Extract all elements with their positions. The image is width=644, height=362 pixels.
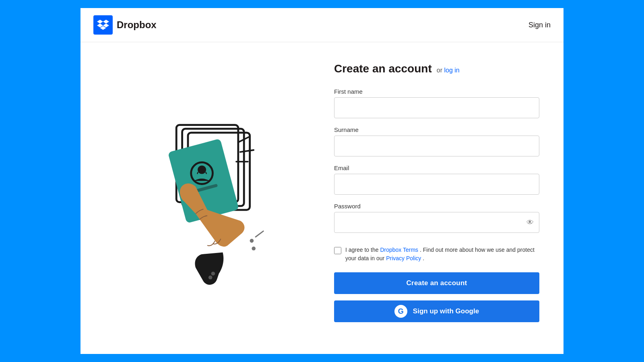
signup-illustration bbox=[111, 102, 304, 295]
svg-line-10 bbox=[240, 150, 254, 152]
logo-box bbox=[93, 15, 113, 35]
terms-row: I agree to the Dropbox Terms . Find out … bbox=[334, 246, 539, 263]
svg-point-15 bbox=[252, 247, 256, 251]
dropbox-terms-link[interactable]: Dropbox Terms bbox=[380, 247, 418, 253]
header: Dropbox Sign in bbox=[80, 8, 564, 42]
terms-text-3: . bbox=[423, 255, 424, 261]
privacy-policy-link[interactable]: Privacy Policy bbox=[386, 255, 421, 261]
svg-point-12 bbox=[211, 272, 215, 276]
surname-group: Surname bbox=[334, 126, 539, 156]
logo-text: Dropbox bbox=[117, 19, 157, 31]
email-group: Email bbox=[334, 165, 539, 195]
first-name-group: First name bbox=[334, 88, 539, 118]
svg-point-14 bbox=[250, 239, 254, 243]
form-subtitle: or log in bbox=[437, 67, 460, 74]
logo-area: Dropbox bbox=[93, 15, 157, 35]
password-toggle-button[interactable]: 👁 bbox=[526, 218, 534, 227]
form-title: Create an account bbox=[334, 62, 432, 75]
svg-point-13 bbox=[208, 276, 213, 280]
dropbox-logo-icon bbox=[97, 20, 109, 30]
first-name-input[interactable] bbox=[334, 97, 539, 118]
password-wrapper: 👁 bbox=[334, 212, 539, 233]
login-link[interactable]: log in bbox=[444, 67, 459, 74]
form-title-row: Create an account or log in bbox=[334, 62, 539, 75]
illustration-area bbox=[105, 58, 310, 338]
password-label: Password bbox=[334, 203, 539, 210]
google-button-label: Sign up with Google bbox=[413, 307, 479, 315]
create-account-button[interactable]: Create an account bbox=[334, 272, 539, 294]
terms-text: I agree to the Dropbox Terms . Find out … bbox=[345, 246, 539, 263]
surname-label: Surname bbox=[334, 126, 539, 133]
first-name-label: First name bbox=[334, 88, 539, 95]
content-area: Create an account or log in First name S… bbox=[80, 42, 564, 354]
email-label: Email bbox=[334, 165, 539, 171]
password-input[interactable] bbox=[334, 212, 539, 233]
google-signup-button[interactable]: G Sign up with Google bbox=[334, 300, 539, 322]
svg-point-5 bbox=[198, 165, 206, 174]
surname-input[interactable] bbox=[334, 136, 539, 156]
email-input[interactable] bbox=[334, 174, 539, 195]
sign-in-link[interactable]: Sign in bbox=[528, 21, 551, 29]
subtitle-prefix: or bbox=[437, 67, 442, 74]
svg-line-16 bbox=[256, 231, 263, 237]
form-area: Create an account or log in First name S… bbox=[334, 58, 539, 338]
main-card: Dropbox Sign in bbox=[80, 8, 564, 354]
terms-checkbox[interactable] bbox=[334, 247, 341, 254]
google-g-icon: G bbox=[394, 305, 407, 318]
terms-text-1: I agree to the bbox=[345, 247, 379, 253]
password-group: Password 👁 bbox=[334, 203, 539, 233]
